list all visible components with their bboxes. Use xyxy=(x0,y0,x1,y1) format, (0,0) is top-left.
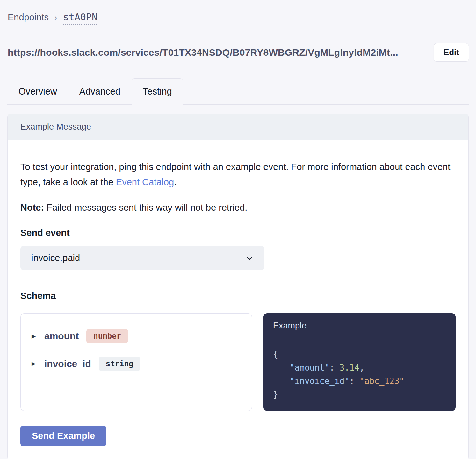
schema-field-invoice-id[interactable]: ▶ invoice_id string xyxy=(32,350,241,377)
expand-caret-icon[interactable]: ▶ xyxy=(32,333,37,340)
endpoint-url: https://hooks.slack.com/services/T01TX34… xyxy=(8,47,398,58)
card-title: Example Message xyxy=(8,114,468,140)
note-text: Note: Failed messages sent this way will… xyxy=(20,202,456,213)
example-message-card: Example Message To test your integration… xyxy=(7,114,469,459)
endpoint-testing-page: Endpoints › stA0PN https://hooks.slack.c… xyxy=(0,0,476,459)
send-event-label: Send event xyxy=(20,228,456,238)
json-line: "amount": 3.14, xyxy=(273,363,364,372)
breadcrumb-separator-icon: › xyxy=(54,13,57,23)
note-label: Note: xyxy=(20,202,44,213)
intro-text-before: To test your integration, ping this endp… xyxy=(20,162,450,187)
breadcrumb-endpoint-id[interactable]: stA0PN xyxy=(63,11,97,25)
json-line: "invoice_id": "abc_123" xyxy=(273,376,404,386)
intro-text: To test your integration, ping this endp… xyxy=(20,159,456,190)
example-json-panel: Example { "amount": 3.14, "invoice_id": … xyxy=(263,313,456,411)
schema-label: Schema xyxy=(20,291,456,301)
edit-button[interactable]: Edit xyxy=(434,43,469,62)
tab-bar: Overview Advanced Testing xyxy=(7,78,469,105)
event-catalog-link[interactable]: Event Catalog xyxy=(116,177,174,187)
expand-caret-icon[interactable]: ▶ xyxy=(32,360,37,367)
tab-testing[interactable]: Testing xyxy=(132,78,183,105)
example-json-code: { "amount": 3.14, "invoice_id": "abc_123… xyxy=(263,338,456,411)
field-name: amount xyxy=(44,331,79,342)
field-name: invoice_id xyxy=(44,358,91,369)
json-open-brace: { xyxy=(273,350,278,359)
tab-advanced[interactable]: Advanced xyxy=(68,78,132,104)
breadcrumb: Endpoints › stA0PN xyxy=(0,0,476,25)
event-select-value: invoice.paid xyxy=(31,253,80,263)
schema-section: ▶ amount number ▶ invoice_id string Exam… xyxy=(20,313,456,411)
intro-text-after: . xyxy=(174,177,177,187)
tab-overview[interactable]: Overview xyxy=(7,78,68,104)
field-type-badge: string xyxy=(99,357,141,371)
send-example-button[interactable]: Send Example xyxy=(20,426,106,446)
field-type-badge: number xyxy=(86,329,128,343)
json-close-brace: } xyxy=(273,390,278,399)
example-panel-title: Example xyxy=(263,313,456,338)
event-select[interactable]: invoice.paid xyxy=(20,246,264,270)
chevron-down-icon xyxy=(245,253,254,263)
card-body: To test your integration, ping this endp… xyxy=(8,159,468,459)
note-body: Failed messages sent this way will not b… xyxy=(44,202,247,213)
schema-field-amount[interactable]: ▶ amount number xyxy=(32,322,241,350)
endpoint-url-row: https://hooks.slack.com/services/T01TX34… xyxy=(0,43,476,62)
schema-box: ▶ amount number ▶ invoice_id string xyxy=(20,313,252,411)
breadcrumb-endpoints-link[interactable]: Endpoints xyxy=(8,12,49,23)
